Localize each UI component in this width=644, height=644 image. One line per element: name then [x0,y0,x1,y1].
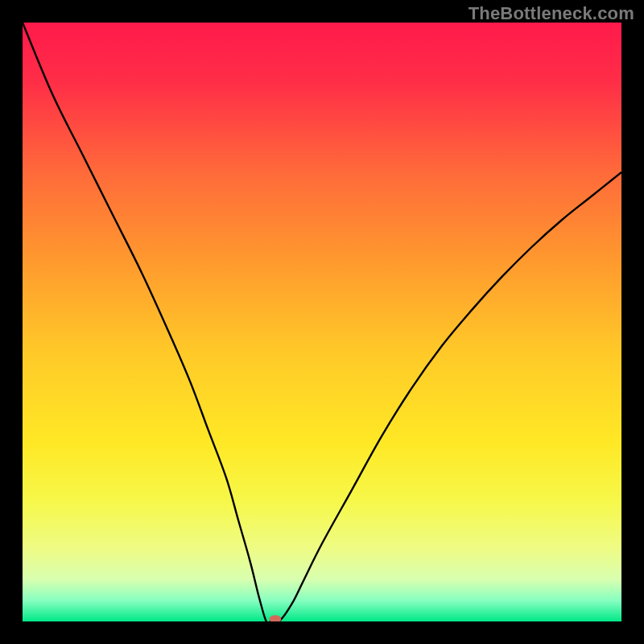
plot-area [23,23,621,621]
watermark-label: TheBottleneck.com [469,3,634,24]
gradient-background [23,23,621,621]
chart-frame: TheBottleneck.com [0,0,644,644]
bottleneck-chart [23,23,621,621]
